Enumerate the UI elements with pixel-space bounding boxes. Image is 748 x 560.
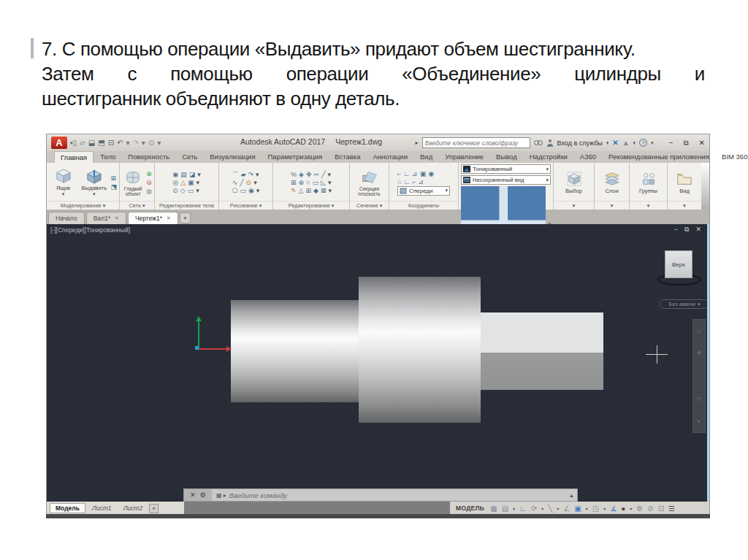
ribbon-tab[interactable]: BIM 360 (716, 151, 748, 163)
status-toggle-icon[interactable]: ∟ (519, 505, 527, 513)
draw-tool-icon[interactable]: ⬠ (232, 187, 238, 194)
status-toggle-icon[interactable]: ⊡ (658, 505, 664, 513)
solid-edit-icon[interactable]: ◎ (172, 179, 178, 186)
navbar-tool-icon[interactable]: ✥ (697, 350, 702, 356)
navigation-bar[interactable]: ◎✥⌕⟳▸ (692, 319, 706, 433)
ribbon-tab[interactable]: A360 (574, 151, 602, 163)
solid-edit-icon[interactable]: ▾ (197, 171, 201, 178)
qat-icon[interactable]: ↷ (132, 139, 138, 147)
edit-tool-icon[interactable]: ⊞ (291, 179, 297, 186)
a360-icon[interactable]: ▲ (622, 139, 630, 147)
groups-button[interactable]: Группы (633, 171, 665, 194)
status-toggle-icon[interactable]: ▾ (557, 506, 559, 511)
file-tab[interactable]: Вал1* ✕ (86, 212, 126, 224)
solid-edit-icon[interactable]: ▣ (188, 179, 194, 186)
status-toggle-icon[interactable]: ☰ (668, 505, 675, 513)
search-input[interactable] (422, 137, 530, 148)
status-toggle-icon[interactable]: ⚙ (636, 505, 643, 513)
panel-label-draw[interactable]: Рисование▾ (219, 201, 272, 210)
solid-edit-icon[interactable]: ◇ (180, 187, 186, 194)
chevron-down-icon[interactable]: ▾ (606, 140, 609, 146)
ucs-tool-icon[interactable]: ◉ (428, 170, 434, 177)
ucs-tool-icon[interactable]: ∟ (403, 170, 410, 177)
ribbon-tab[interactable]: Тело (94, 151, 121, 163)
edit-tool-icon[interactable]: ◺ (321, 179, 326, 186)
shaft-left-cylinder[interactable] (231, 300, 359, 402)
mesh-tool-icon[interactable]: ⊕ (146, 170, 152, 177)
ucs-tool-icon[interactable]: ⌐ (397, 170, 401, 177)
edit-tool-icon[interactable]: % (291, 171, 297, 178)
edit-tool-icon[interactable]: ✥ (306, 171, 312, 178)
wrench-icon[interactable]: ⚙ (200, 491, 206, 499)
status-toggle-icon[interactable]: ▦ (490, 505, 497, 513)
user-icon[interactable] (546, 139, 554, 147)
qat-icon[interactable]: ▾ (157, 139, 161, 147)
panel-label-layers[interactable]: ▾ (595, 201, 629, 210)
ribbon-tab[interactable]: Вставка (329, 151, 366, 163)
command-input[interactable]: Введите команду (229, 491, 287, 499)
draw-tool-icon[interactable]: ↷ (248, 171, 254, 178)
restore-button[interactable]: ⧉ (683, 139, 688, 147)
edit-tool-icon[interactable]: ⊞ (305, 187, 311, 194)
viewcube[interactable]: Верх (665, 250, 692, 278)
status-toggle-icon[interactable]: ⟳ (531, 505, 537, 513)
edit-tool-icon[interactable]: ⊠ (321, 187, 327, 194)
draw-tool-icon[interactable]: ⌒ (232, 171, 239, 178)
ribbon-tab[interactable]: Сеть (176, 151, 203, 163)
qat-icon[interactable]: ▾ (126, 139, 129, 147)
layers-button[interactable]: Слои (598, 171, 627, 194)
mesh-tool-icon[interactable]: ⊖ (146, 179, 152, 186)
ribbon-tab[interactable]: Аннотации (367, 151, 414, 163)
visual-style-combo[interactable]: Тонированный ▾ (461, 164, 551, 174)
edit-tool-icon[interactable]: ○ (306, 179, 310, 186)
file-tab[interactable]: Начало ✕ (48, 212, 85, 224)
qat-icon[interactable]: ⊟ (108, 139, 114, 147)
edit-tool-icon[interactable]: ╱ (321, 171, 325, 178)
qat-icon[interactable]: ⊙ (148, 139, 154, 147)
shaft-center-cylinder[interactable] (359, 277, 481, 423)
close-icon[interactable]: ✕ (190, 491, 196, 499)
ucs-tool-icon[interactable]: ⊿ (419, 178, 424, 185)
ucs-selector[interactable]: Без имени▾ (660, 299, 709, 309)
solid-edit-icon[interactable]: ▭ (188, 187, 194, 194)
solid-edit-icon[interactable]: ▾ (196, 179, 200, 186)
ribbon-tab[interactable]: Главная (54, 151, 94, 163)
status-toggle-icon[interactable]: ▾ (603, 506, 606, 511)
solid-edit-icon[interactable]: ◉ (172, 171, 178, 178)
panel-label-view-tools[interactable]: ▾ (668, 201, 701, 210)
extrude-button[interactable]: Выдавить ▾ (80, 168, 108, 197)
command-history-icon[interactable]: ▦ ▸ (216, 492, 226, 499)
ribbon-tab[interactable]: Визуализация (204, 151, 261, 163)
navbar-tool-icon[interactable]: ◎ (697, 328, 702, 334)
status-toggle-icon[interactable]: ▣ (574, 505, 581, 513)
close-icon[interactable]: ✕ (167, 215, 171, 221)
edit-tool-icon[interactable]: △ (299, 187, 304, 194)
status-toggle-icon[interactable]: ▾ (586, 506, 588, 511)
command-expand-icon[interactable]: ▲ (569, 493, 574, 498)
qat-icon[interactable]: ⬓ (88, 139, 95, 147)
ucs-tool-icon[interactable]: ▣ (420, 170, 427, 177)
panel-label-groups[interactable]: ▾ (630, 201, 667, 210)
section-plane-button[interactable]: Секущая плоскость (352, 169, 386, 196)
status-toggle-icon[interactable]: ╲ (548, 505, 552, 513)
panel-label-selection[interactable]: ▾ (554, 201, 594, 210)
status-toggle-icon[interactable]: ∠ (563, 505, 570, 513)
ucs-tool-icon[interactable]: ⌂ (397, 178, 401, 185)
panel-label-modeling[interactable]: Моделирование▾ (47, 201, 119, 210)
new-layout-button[interactable]: + (149, 504, 159, 513)
chevron-down-icon[interactable]: ▾ (633, 140, 636, 146)
layout-tab[interactable]: Лист2 (118, 503, 148, 513)
qat-icon[interactable]: ▯ (73, 139, 77, 147)
edit-tool-icon[interactable]: ✂ (313, 171, 319, 178)
edit-tool-icon[interactable]: ◈ (299, 171, 304, 178)
edit-tool-icon[interactable]: ▭ (313, 179, 319, 186)
draw-tool-icon[interactable]: ⊙ (246, 179, 252, 186)
navbar-tool-icon[interactable]: ▸ (698, 418, 701, 424)
draw-tool-icon[interactable]: ▰ (241, 171, 246, 178)
selection-button[interactable]: Выбор (557, 171, 591, 194)
panel-label-mesh[interactable]: Сеть▾ (120, 201, 154, 210)
model-space-label[interactable]: МОДЕЛЬ (456, 505, 484, 512)
help-icon[interactable]: ? (639, 139, 647, 147)
edit-tool-icon[interactable]: ▾ (328, 187, 332, 194)
panel-label-section[interactable]: Сечение▾ (350, 201, 389, 210)
